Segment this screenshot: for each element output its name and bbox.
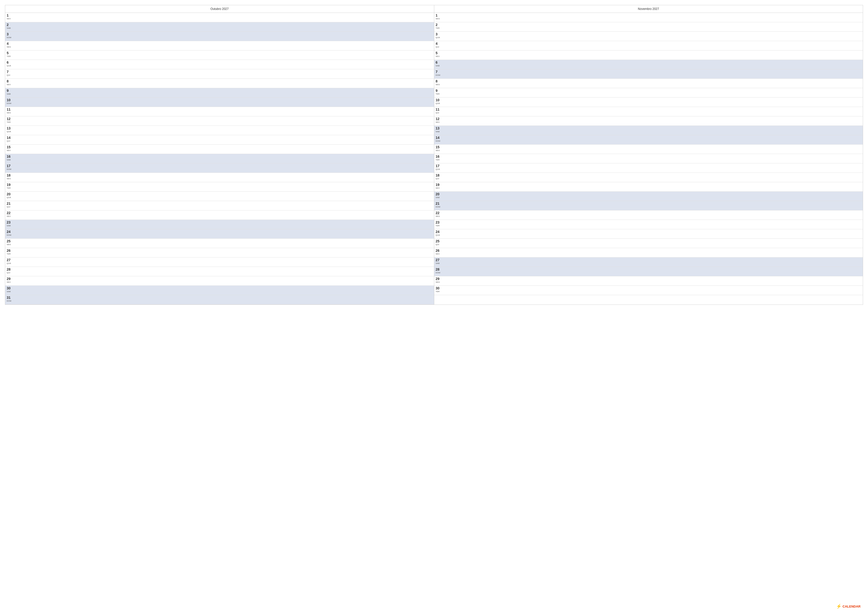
- day-number-block: 17DOM: [7, 164, 14, 170]
- day-row[interactable]: 2SAB: [5, 22, 434, 32]
- day-row[interactable]: 26TER: [5, 248, 434, 258]
- day-name: SEX: [7, 84, 14, 86]
- day-row[interactable]: 29SEG: [434, 276, 863, 286]
- day-row[interactable]: 28DOM: [434, 267, 863, 276]
- day-row[interactable]: 16TER: [434, 154, 863, 163]
- day-number: 18: [436, 173, 443, 177]
- day-name: SEX: [7, 17, 14, 20]
- day-row[interactable]: 5SEX: [434, 51, 863, 60]
- day-name: QUA: [7, 196, 14, 199]
- day-row[interactable]: 10QUA: [434, 98, 863, 107]
- day-number-block: 3QUA: [436, 32, 443, 39]
- day-number: 29: [7, 277, 14, 281]
- day-row[interactable]: 14DOM: [434, 135, 863, 145]
- day-row[interactable]: 15SEG: [434, 145, 863, 154]
- day-number-block: 25SEG: [7, 239, 14, 246]
- day-row[interactable]: 2TER: [434, 22, 863, 32]
- day-row[interactable]: 30SAB: [5, 286, 434, 295]
- day-row[interactable]: 22SEX: [5, 210, 434, 220]
- day-row[interactable]: 21DOM: [434, 201, 863, 210]
- day-number-block: 13SAB: [436, 126, 443, 133]
- day-row[interactable]: 24QUA: [434, 229, 863, 239]
- day-row[interactable]: 5TER: [5, 51, 434, 60]
- day-row[interactable]: 18QUI: [434, 173, 863, 182]
- day-row[interactable]: 27SAB: [434, 258, 863, 267]
- day-row[interactable]: 27QUA: [5, 258, 434, 267]
- day-row[interactable]: 28QUI: [5, 267, 434, 276]
- day-number: 10: [7, 98, 14, 102]
- day-name: DOM: [7, 234, 14, 236]
- day-number: 2: [7, 23, 14, 27]
- day-row[interactable]: 10DOM: [5, 98, 434, 107]
- day-number: 26: [7, 249, 14, 253]
- day-name: DOM: [436, 272, 443, 274]
- day-row[interactable]: 3DOM: [5, 32, 434, 41]
- day-row[interactable]: 26SEX: [434, 248, 863, 258]
- day-number: 14: [7, 136, 14, 140]
- day-row[interactable]: 31DOM: [5, 295, 434, 305]
- day-row[interactable]: 9SAB: [5, 88, 434, 98]
- day-number-block: 21QUI: [7, 202, 14, 208]
- day-number-block: 7DOM: [436, 70, 443, 76]
- day-row[interactable]: 17DOM: [5, 163, 434, 173]
- day-row[interactable]: 19SEX: [434, 182, 863, 192]
- day-row[interactable]: 17QUA: [434, 163, 863, 173]
- day-name: QUI: [436, 243, 443, 246]
- day-row[interactable]: 11QUI: [434, 107, 863, 117]
- day-row[interactable]: 11SEG: [5, 107, 434, 117]
- day-row[interactable]: 21QUI: [5, 201, 434, 210]
- day-row[interactable]: 8SEG: [434, 79, 863, 88]
- day-row[interactable]: 1SEG: [434, 13, 863, 22]
- day-row[interactable]: 22SEG: [434, 210, 863, 220]
- day-row[interactable]: 24DOM: [5, 229, 434, 239]
- day-row[interactable]: 9TER: [434, 88, 863, 98]
- day-name: DOM: [7, 102, 14, 105]
- day-row[interactable]: 1SEX: [5, 13, 434, 22]
- day-name: QUA: [7, 65, 14, 67]
- day-number-block: 8SEX: [7, 79, 14, 85]
- day-name: DOM: [7, 36, 14, 39]
- day-number: 21: [7, 202, 14, 206]
- day-name: SEG: [436, 17, 443, 20]
- day-row[interactable]: 4QUI: [434, 41, 863, 51]
- day-row[interactable]: 25SEG: [5, 239, 434, 248]
- day-number: 16: [436, 154, 443, 159]
- day-row[interactable]: 19TER: [5, 182, 434, 192]
- day-row[interactable]: 18SEG: [5, 173, 434, 182]
- day-number: 19: [436, 183, 443, 187]
- day-row[interactable]: 13QUA: [5, 126, 434, 135]
- day-row[interactable]: 14QUI: [5, 135, 434, 145]
- day-row[interactable]: 29SEX: [5, 276, 434, 286]
- day-row[interactable]: 13SAB: [434, 126, 863, 135]
- day-row[interactable]: 3QUA: [434, 32, 863, 41]
- day-name: SEX: [7, 281, 14, 283]
- day-number-block: 30SAB: [7, 286, 14, 293]
- day-number-block: 14QUI: [7, 136, 14, 142]
- day-number-block: 15SEX: [7, 145, 14, 152]
- day-row[interactable]: 7DOM: [434, 69, 863, 79]
- day-name: SEX: [436, 121, 443, 124]
- day-row[interactable]: 23SAB: [5, 220, 434, 229]
- day-row[interactable]: 23TER: [434, 220, 863, 229]
- day-row[interactable]: 6QUA: [5, 60, 434, 69]
- day-number: 29: [436, 277, 443, 281]
- day-number-block: 20QUA: [7, 192, 14, 199]
- day-row[interactable]: 12SEX: [434, 117, 863, 126]
- day-name: TER: [436, 27, 443, 30]
- day-row[interactable]: 25QUI: [434, 239, 863, 248]
- day-number-block: 1SEG: [436, 13, 443, 20]
- day-name: SEG: [436, 84, 443, 86]
- day-row[interactable]: 16SAB: [5, 154, 434, 163]
- day-row[interactable]: 7QUI: [5, 69, 434, 79]
- day-row[interactable]: 20SAB: [434, 192, 863, 201]
- day-row[interactable]: 30TER: [434, 286, 863, 295]
- day-row[interactable]: 20QUA: [5, 192, 434, 201]
- day-number-block: 9SAB: [7, 89, 14, 95]
- day-row[interactable]: 4SEG: [5, 41, 434, 51]
- day-row[interactable]: 15SEX: [5, 145, 434, 154]
- day-row[interactable]: 12TER: [5, 117, 434, 126]
- day-number-block: 1SEX: [7, 13, 14, 20]
- day-row[interactable]: 6SAB: [434, 60, 863, 69]
- day-row[interactable]: 8SEX: [5, 79, 434, 88]
- day-number: 15: [436, 145, 443, 149]
